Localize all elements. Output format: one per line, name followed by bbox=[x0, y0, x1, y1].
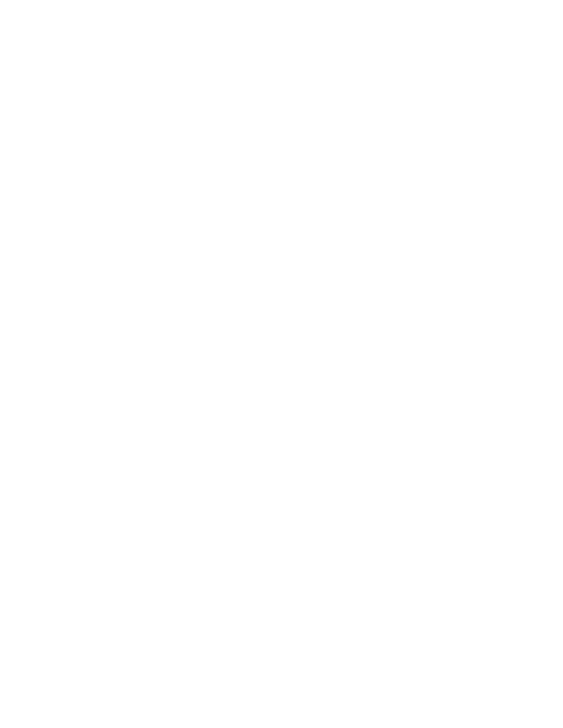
manual-page: Messaging bbox=[0, 0, 563, 42]
